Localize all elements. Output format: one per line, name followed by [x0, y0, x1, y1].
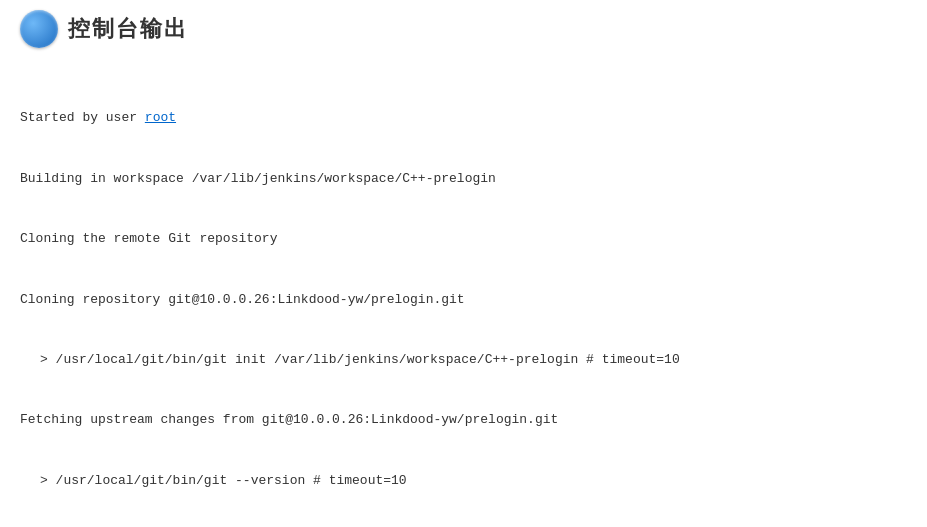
page-container: 控制台输出 Started by user root Building in w…	[0, 0, 927, 527]
console-line-1: Started by user root	[20, 108, 907, 128]
console-line-3: Cloning the remote Git repository	[20, 229, 907, 249]
root-link[interactable]: root	[145, 110, 176, 125]
console-line-2: Building in workspace /var/lib/jenkins/w…	[20, 169, 907, 189]
page-title: 控制台输出	[68, 14, 188, 44]
console-line-4: Cloning repository git@10.0.0.26:Linkdoo…	[20, 290, 907, 310]
blue-sphere-icon	[20, 10, 58, 48]
console-line-6: Fetching upstream changes from git@10.0.…	[20, 410, 907, 430]
console-line-7: > /usr/local/git/bin/git --version # tim…	[20, 471, 907, 491]
console-output: Started by user root Building in workspa…	[20, 68, 907, 527]
header: 控制台输出	[20, 10, 907, 54]
console-line-5: > /usr/local/git/bin/git init /var/lib/j…	[20, 350, 907, 370]
